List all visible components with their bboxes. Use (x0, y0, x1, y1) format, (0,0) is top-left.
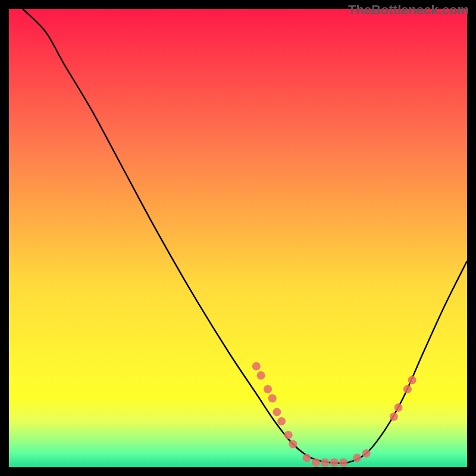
data-marker (312, 458, 320, 466)
bottleneck-curve (23, 9, 467, 464)
data-marker (284, 431, 293, 439)
data-marker (257, 371, 265, 380)
data-marker (408, 376, 416, 384)
data-marker (321, 458, 329, 466)
data-marker (277, 417, 286, 425)
data-marker (264, 385, 272, 393)
data-marker (353, 454, 361, 462)
watermark-text: TheBottleneck.com (348, 2, 469, 18)
data-markers (252, 362, 416, 467)
data-marker (252, 362, 261, 371)
data-marker (289, 440, 297, 449)
data-marker (268, 394, 277, 403)
data-marker (303, 454, 311, 462)
data-marker (362, 449, 371, 458)
data-marker (330, 458, 339, 466)
data-marker (390, 412, 398, 421)
chart-overlay (9, 9, 467, 467)
data-marker (394, 403, 403, 412)
data-marker (273, 408, 281, 416)
data-marker (403, 385, 412, 393)
data-marker (339, 458, 347, 466)
chart-plot-area (9, 9, 467, 467)
